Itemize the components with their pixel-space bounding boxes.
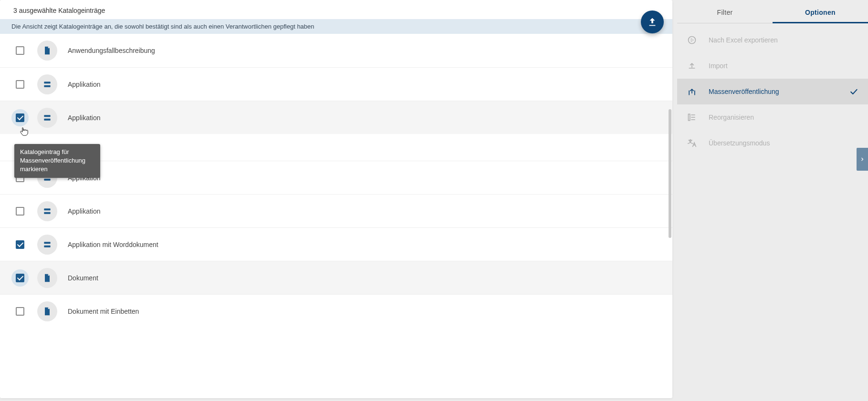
row-checkbox[interactable] (11, 303, 29, 320)
list-row[interactable]: Applikation (0, 161, 672, 194)
svg-rect-1 (44, 85, 50, 87)
svg-rect-3 (44, 118, 50, 120)
scrollbar-thumb[interactable] (669, 109, 671, 238)
translate-icon (687, 138, 697, 148)
chevron-right-icon (859, 156, 865, 162)
option-label: Reorganisieren (709, 113, 858, 121)
publish-fab[interactable] (641, 10, 664, 33)
row-label: Anwendungsfallbeschreibung (68, 47, 155, 54)
document-icon (37, 268, 57, 288)
option-translate[interactable]: Übersetzungsmodus (677, 130, 868, 156)
option-reorganize[interactable]: Reorganisieren (677, 104, 868, 130)
main-panel: 3 ausgewählte Katalogeinträge Die Ansich… (0, 0, 672, 398)
svg-rect-5 (44, 178, 50, 180)
svg-rect-7 (44, 212, 50, 214)
checkbox-unchecked-icon (16, 207, 24, 216)
list-row[interactable]: Dokument (0, 261, 672, 294)
row-checkbox[interactable] (11, 203, 29, 220)
reorganize-icon (687, 112, 697, 123)
svg-rect-9 (44, 245, 50, 247)
checkbox-unchecked-icon (16, 46, 24, 55)
publish-icon (647, 17, 658, 27)
option-publish[interactable]: Massenveröffentlichung (677, 79, 868, 104)
side-panel: Filter Optionen Nach Excel exportierenIm… (677, 0, 868, 401)
checkbox-checked-icon (16, 274, 24, 282)
side-options-list: Nach Excel exportierenImportMassenveröff… (677, 23, 868, 156)
document-icon (37, 301, 57, 321)
checkbox-checked-icon (16, 113, 24, 122)
list-row[interactable]: Applikation (0, 194, 672, 227)
list-row[interactable]: Anwendungsfallbeschreibung (0, 34, 672, 67)
document-icon (37, 41, 57, 61)
svg-rect-2 (44, 115, 50, 117)
list-row[interactable]: Applikation mit Worddokument (0, 227, 672, 261)
publish-icon (687, 86, 697, 97)
app-icon (37, 235, 57, 255)
app-icon (37, 201, 57, 221)
option-play[interactable]: Nach Excel exportieren (677, 27, 868, 53)
selected-count-title: 3 ausgewählte Katalogeinträge (13, 7, 105, 14)
row-checkbox[interactable] (11, 76, 29, 93)
play-icon (687, 35, 697, 45)
checkbox-unchecked-icon (16, 307, 24, 316)
row-checkbox[interactable] (11, 109, 29, 126)
row-checkbox[interactable] (11, 269, 29, 287)
list-row[interactable]: Applikation (0, 101, 672, 134)
option-label: Massenveröffentlichung (709, 88, 849, 95)
info-bar: Die Ansicht zeigt Katalogeinträge an, di… (0, 19, 672, 34)
checkbox-checked-icon (16, 240, 24, 249)
row-label: Applikation (68, 114, 101, 122)
svg-rect-0 (44, 82, 50, 83)
option-label: Übersetzungsmodus (709, 139, 858, 147)
row-label: Dokument (68, 274, 98, 282)
catalog-list[interactable]: AnwendungsfallbeschreibungApplikationApp… (0, 34, 672, 398)
list-row[interactable]: Applikation (0, 67, 672, 101)
check-icon (849, 87, 858, 96)
row-label: Applikation mit Worddokument (68, 241, 158, 248)
tab-options[interactable]: Optionen (773, 2, 868, 23)
row-checkbox[interactable] (11, 42, 29, 59)
option-label: Nach Excel exportieren (709, 36, 858, 44)
main-header: 3 ausgewählte Katalogeinträge (0, 0, 672, 19)
collapse-side-panel-button[interactable] (857, 148, 868, 171)
svg-rect-8 (44, 242, 50, 244)
row-label: Dokument mit Einbetten (68, 308, 139, 315)
row-label: Applikation (68, 207, 101, 215)
app-icon (37, 108, 57, 128)
checkbox-unchecked-icon (16, 80, 24, 89)
option-label: Import (709, 62, 858, 70)
tab-filter[interactable]: Filter (677, 2, 773, 23)
side-tabs: Filter Optionen (677, 2, 868, 23)
checkbox-tooltip: Katalogeintrag für Massenveröffentlichun… (14, 144, 100, 178)
option-upload[interactable]: Import (677, 53, 868, 79)
upload-icon (687, 61, 697, 71)
svg-rect-6 (44, 208, 50, 210)
list-row[interactable]: Dokument mit Einbetten (0, 294, 672, 328)
row-checkbox[interactable] (11, 236, 29, 253)
app-icon (37, 74, 57, 94)
row-label: Applikation (68, 81, 101, 88)
